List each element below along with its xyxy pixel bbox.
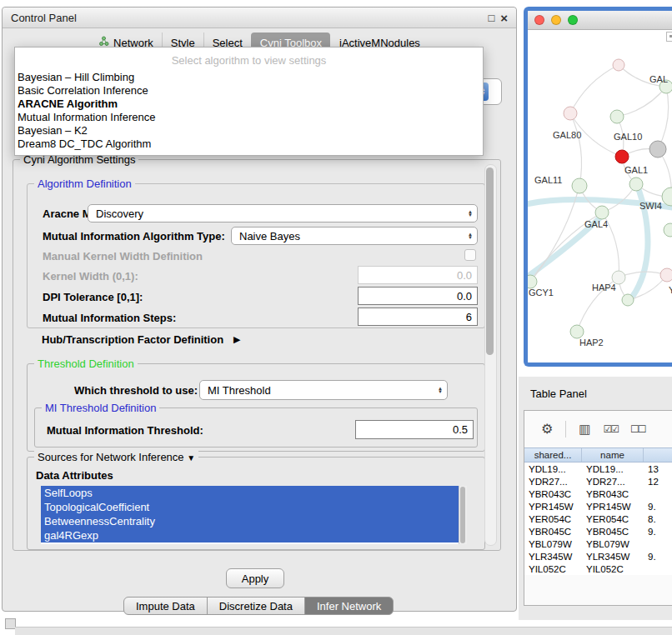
table-panel-window: ⚙ ▥ ☑☑ ☐☐ shared...name YDL19...YDL19...… — [524, 410, 672, 606]
network-node-label: HAP4 — [592, 282, 616, 292]
network-canvas-svg: GALGAL80GAL10GAL11GAL1SWI4GAL4GCY1HAP4YH… — [528, 30, 672, 362]
table-cell — [644, 488, 672, 500]
table-row[interactable]: YPR145WYPR145W9. — [524, 500, 672, 512]
settings-scrollbar[interactable] — [484, 164, 497, 546]
data-attributes-list[interactable]: SelfLoopsTopologicalCoefficientBetweenne… — [41, 486, 466, 544]
algorithm-option-basic-correlation-inference[interactable]: Basic Correlation Inference — [15, 84, 483, 98]
aracne-mode-combo[interactable]: Discovery ▲▼ — [88, 204, 478, 222]
zoom-traffic-icon[interactable] — [568, 15, 578, 25]
deselect-all-columns-icon[interactable]: ☐☐ — [630, 423, 645, 435]
algorithm-option-aracne-algorithm[interactable]: ARACNE Algorithm — [15, 98, 483, 111]
table-row[interactable]: YIL052CYIL052C — [524, 562, 672, 575]
network-node-label: GAL80 — [553, 130, 581, 140]
control-panel-title: Control Panel — [11, 12, 77, 24]
table-row[interactable]: YLR345WYLR345W9. — [524, 550, 672, 562]
table-row[interactable]: YBR043CYBR043C — [524, 488, 672, 500]
which-threshold-combo[interactable]: MI Threshold ▲▼ — [199, 380, 448, 400]
bottom-tab-bar: Impute DataDiscretize DataInfer Network — [123, 597, 394, 615]
network-edge[interactable] — [570, 113, 582, 186]
bottom-tab-impute-data[interactable]: Impute Data — [123, 597, 208, 615]
network-edge[interactable] — [658, 87, 669, 149]
kernel-width-field: 0.0 — [358, 266, 478, 284]
network-canvas[interactable]: GALGAL80GAL10GAL11GAL1SWI4GAL4GCY1HAP4YH… — [528, 30, 672, 362]
control-panel-titlebar[interactable]: Control Panel □ × — [3, 8, 516, 28]
mi-steps-value: 6 — [466, 311, 472, 323]
popup-placeholder: Select algorithm to view settings — [15, 51, 483, 71]
algorithm-option-dream8-dc-tdc-algorithm[interactable]: Dream8 DC_TDC Algorithm — [15, 138, 483, 151]
mi-steps-field[interactable]: 6 — [358, 308, 478, 326]
network-node[interactable] — [664, 223, 672, 237]
table-row[interactable]: YDR27...YDR27...12 — [524, 475, 672, 488]
network-node[interactable] — [649, 141, 666, 158]
attribute-item-betweennesscentrality[interactable]: BetweennessCentrality — [41, 514, 466, 528]
table-cell: 13 — [644, 462, 672, 475]
table-cell: YER054C — [524, 512, 582, 525]
network-node-y[interactable] — [660, 268, 672, 282]
network-view-window: GALGAL80GAL10GAL11GAL1SWI4GAL4GCY1HAP4YH… — [524, 7, 672, 367]
network-node-label: GAL1 — [624, 165, 648, 175]
table-row[interactable]: YBR045CYBR045C9. — [524, 525, 672, 538]
gear-icon[interactable]: ⚙ — [541, 422, 553, 436]
network-node[interactable] — [610, 110, 624, 123]
column-header-col2[interactable] — [644, 448, 672, 462]
column-header-shared[interactable]: shared... — [524, 448, 582, 462]
close-traffic-icon[interactable] — [534, 15, 544, 25]
algorithm-option-bayesian-hill-climbing[interactable]: Bayesian – Hill Climbing — [15, 71, 483, 84]
attribute-item-gal4rgexp[interactable]: gal4RGexp — [41, 528, 466, 542]
column-header-name[interactable]: name — [582, 448, 644, 462]
network-node-gal11[interactable] — [572, 178, 587, 193]
table-cell: YDR27... — [582, 475, 644, 488]
collapsed-arrow-icon[interactable]: ▶ — [233, 334, 240, 345]
network-node[interactable] — [622, 294, 634, 306]
minimize-traffic-icon[interactable] — [551, 15, 561, 25]
network-node-swi4[interactable] — [662, 188, 672, 206]
mi-threshold-label: Mutual Information Threshold: — [47, 424, 203, 437]
network-node-label: GAL4 — [584, 219, 608, 229]
table-cell: YBL079W — [524, 538, 582, 550]
network-node-gal80[interactable] — [564, 107, 577, 120]
network-node-gal4[interactable] — [595, 206, 609, 219]
table-row[interactable]: YBL079WYBL079W — [524, 538, 672, 550]
list-scrollbar[interactable] — [459, 486, 467, 544]
expanded-arrow-icon: ▼ — [187, 453, 195, 462]
mi-threshold-value: 0.5 — [453, 423, 468, 436]
table-row[interactable]: YDL19...YDL19...13 — [524, 462, 672, 475]
table-panel-title: Table Panel — [530, 388, 587, 400]
sources-title-text: Sources for Network Inference — [38, 451, 184, 463]
network-edge[interactable] — [570, 65, 619, 113]
list-scrollbar-thumb[interactable] — [460, 487, 465, 543]
mi-threshold-group: MI Threshold Definition Mutual Informati… — [34, 408, 478, 448]
bottom-tab-infer-network[interactable]: Infer Network — [304, 597, 394, 615]
bottom-tab-discretize-data[interactable]: Discretize Data — [207, 597, 305, 615]
birdseye-toggle-icon[interactable] — [666, 32, 672, 42]
table-cell: YBR045C — [582, 525, 644, 538]
algorithm-option-mutual-information-inference[interactable]: Mutual Information Inference — [15, 111, 483, 124]
dpi-tolerance-field[interactable]: 0.0 — [358, 287, 478, 305]
sources-group-title[interactable]: Sources for Network Inference ▼ — [34, 451, 198, 463]
table-row[interactable]: YER054CYER054C8. — [524, 512, 672, 525]
table-cell: YLR345W — [582, 550, 644, 562]
float-window-icon[interactable]: □ — [488, 12, 494, 23]
select-all-columns-icon[interactable]: ☑☑ — [604, 423, 619, 435]
manual-kernel-label: Manual Kernel Width Definition — [43, 250, 203, 262]
attribute-item-selfloops[interactable]: SelfLoops — [41, 486, 466, 500]
network-window-titlebar[interactable] — [528, 11, 672, 30]
apply-button[interactable]: Apply — [226, 568, 284, 588]
columns-icon[interactable]: ▥ — [579, 422, 590, 436]
sources-group: Sources for Network Inference ▼ Data Att… — [27, 457, 485, 550]
network-node-hap2[interactable] — [570, 325, 584, 338]
network-node[interactable] — [613, 59, 624, 71]
network-node-gal10[interactable] — [615, 150, 629, 163]
network-node-label: GAL10 — [614, 132, 642, 142]
settings-scrollbar-thumb[interactable] — [486, 168, 494, 355]
network-node-gal1[interactable] — [629, 178, 643, 191]
algorithm-option-bayesian-k2[interactable]: Bayesian – K2 — [15, 124, 483, 138]
cyni-algorithm-settings-group: Cyni Algorithm Settings Algorithm Defini… — [13, 159, 501, 551]
network-node-gcy1[interactable] — [528, 275, 537, 288]
close-icon[interactable]: × — [500, 12, 508, 23]
network-node-label: Y — [669, 285, 672, 295]
network-edge[interactable] — [617, 87, 666, 117]
mi-threshold-field[interactable]: 0.5 — [355, 420, 474, 439]
mi-type-combo[interactable]: Naive Bayes ▲▼ — [231, 227, 478, 245]
attribute-item-topologicalcoefficient[interactable]: TopologicalCoefficient — [41, 500, 466, 514]
